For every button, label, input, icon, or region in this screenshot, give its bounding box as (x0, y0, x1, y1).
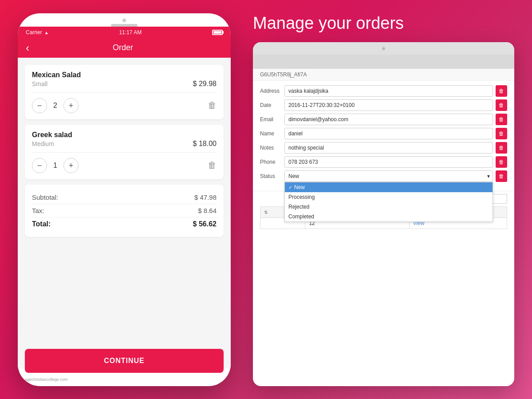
admin-header-bar (253, 55, 514, 69)
notes-input[interactable] (284, 142, 493, 154)
subtotal-label: Subtotal: (32, 194, 58, 201)
total-value: $ 56.62 (193, 220, 217, 228)
item-2-delete-button[interactable]: 🗑 (208, 160, 217, 170)
continue-button[interactable]: CONTINUE (25, 349, 224, 373)
tax-row: Tax: $ 8.64 (32, 204, 217, 217)
item-2-quantity: 1 (53, 162, 57, 170)
notes-field-row: Notes 🗑 (260, 142, 507, 154)
carrier-label: Carrier (26, 29, 42, 36)
watermark: agechristiancollege.com (25, 377, 68, 382)
nav-title: Order (34, 43, 212, 52)
total-label: Total: (32, 220, 51, 228)
status-option-rejected[interactable]: Rejected (285, 202, 493, 212)
item-2-name: Greek salad (32, 131, 217, 139)
right-panel: Manage your orders G6U5hT5R8j_Afi7A Addr… (253, 13, 514, 386)
totals-card: Subtotal: $ 47.98 Tax: $ 8.64 Total: $ 5… (25, 185, 224, 237)
date-label: Date (260, 102, 284, 108)
phone-mockup: Carrier 11:17 AM ‹ Order Mexican Salad S… (18, 13, 231, 386)
name-input[interactable] (284, 128, 493, 139)
status-field-row: Status New New Processing Rejected Compl… (260, 170, 507, 182)
status-selected-value: New (288, 173, 299, 179)
status-bar: Carrier 11:17 AM (18, 27, 231, 38)
item-1-decrease-button[interactable]: − (32, 98, 47, 113)
phone-field-row: Phone 🗑 (260, 156, 507, 168)
phone-camera (122, 19, 126, 22)
status-option-new[interactable]: New (285, 182, 493, 192)
name-label: Name (260, 130, 284, 137)
date-input[interactable] (284, 99, 493, 111)
item-1-size: Small (32, 80, 47, 87)
email-field-row: Email 🗑 (260, 114, 507, 125)
address-delete-button[interactable]: 🗑 (496, 85, 507, 97)
status-delete-button[interactable]: 🗑 (496, 170, 507, 182)
order-item-1: Mexican Salad Small $ 29.98 − 2 + 🗑 (25, 65, 224, 119)
tablet-content: G6U5hT5R8j_Afi7A Address 🗑 Date 🗑 Em (253, 55, 514, 232)
item-1-price: $ 29.98 (193, 80, 217, 88)
item-1-increase-button[interactable]: + (63, 98, 79, 113)
tablet-top-bar (253, 42, 514, 55)
sort-icon-1: ⇅ (264, 210, 268, 215)
item-1-quantity: 2 (53, 102, 57, 110)
item-1-divider (32, 92, 217, 93)
status-select[interactable]: New (284, 170, 493, 182)
record-id: G6U5hT5R8j_Afi7A (260, 71, 307, 78)
phone-top (18, 13, 231, 27)
item-2-controls: − 1 + 🗑 (32, 158, 217, 173)
item-2-size: Medium (32, 140, 54, 147)
subtotal-value: $ 47.98 (194, 194, 217, 201)
address-label: Address (260, 88, 284, 94)
notes-label: Notes (260, 145, 284, 151)
address-input[interactable] (284, 85, 493, 97)
wifi-icon (44, 29, 49, 36)
status-dropdown-menu: New Processing Rejected Completed (284, 182, 493, 222)
item-1-delete-button[interactable]: 🗑 (208, 100, 217, 111)
phone-delete-button[interactable]: 🗑 (496, 156, 507, 168)
status-left: Carrier (26, 29, 49, 36)
panel-title: Manage your orders (253, 13, 514, 34)
total-row: Total: $ 56.62 (32, 217, 217, 231)
item-2-decrease-button[interactable]: − (32, 158, 47, 173)
item-2-divider (32, 152, 217, 153)
time-label: 11:17 AM (119, 29, 142, 36)
order-item-2: Greek salad Medium $ 18.00 − 1 + 🗑 (25, 125, 224, 179)
email-input[interactable] (284, 114, 493, 125)
phone-input[interactable] (284, 156, 493, 168)
item-1-controls: − 2 + 🗑 (32, 98, 217, 113)
name-field-row: Name 🗑 (260, 128, 507, 139)
item-1-size-price: Small $ 29.98 (32, 80, 217, 88)
date-delete-button[interactable]: 🗑 (496, 99, 507, 111)
tax-label: Tax: (32, 207, 44, 214)
admin-id-bar: G6U5hT5R8j_Afi7A (253, 69, 514, 81)
address-field-row: Address 🗑 (260, 85, 507, 97)
admin-fields: Address 🗑 Date 🗑 Email 🗑 (253, 81, 514, 189)
phone-content: Mexican Salad Small $ 29.98 − 2 + 🗑 Gree… (18, 58, 231, 368)
item-2-qty-controls: − 1 + (32, 158, 79, 173)
tablet-camera (382, 47, 385, 50)
status-label: Status (260, 173, 284, 179)
item-1-name: Mexican Salad (32, 71, 217, 79)
phone-label: Phone (260, 159, 284, 165)
battery-icon (212, 30, 223, 35)
item-2-increase-button[interactable]: + (63, 158, 79, 173)
name-delete-button[interactable]: 🗑 (496, 128, 507, 139)
subtotal-row: Subtotal: $ 47.98 (32, 191, 217, 204)
item-1-qty-controls: − 2 + (32, 98, 79, 113)
status-option-processing[interactable]: Processing (285, 192, 493, 202)
nav-bar: ‹ Order (18, 38, 231, 58)
email-label: Email (260, 116, 284, 122)
notes-delete-button[interactable]: 🗑 (496, 142, 507, 154)
item-2-price: $ 18.00 (193, 140, 217, 148)
date-field-row: Date 🗑 (260, 99, 507, 111)
email-delete-button[interactable]: 🗑 (496, 114, 507, 125)
tax-value: $ 8.64 (198, 207, 217, 214)
back-button[interactable]: ‹ (26, 43, 29, 53)
item-2-size-price: Medium $ 18.00 (32, 140, 217, 148)
status-option-completed[interactable]: Completed (285, 212, 493, 221)
phone-speaker (111, 24, 138, 27)
status-dropdown-container: New New Processing Rejected Completed (284, 170, 493, 182)
tablet-mockup: G6U5hT5R8j_Afi7A Address 🗑 Date 🗑 Em (253, 42, 514, 386)
